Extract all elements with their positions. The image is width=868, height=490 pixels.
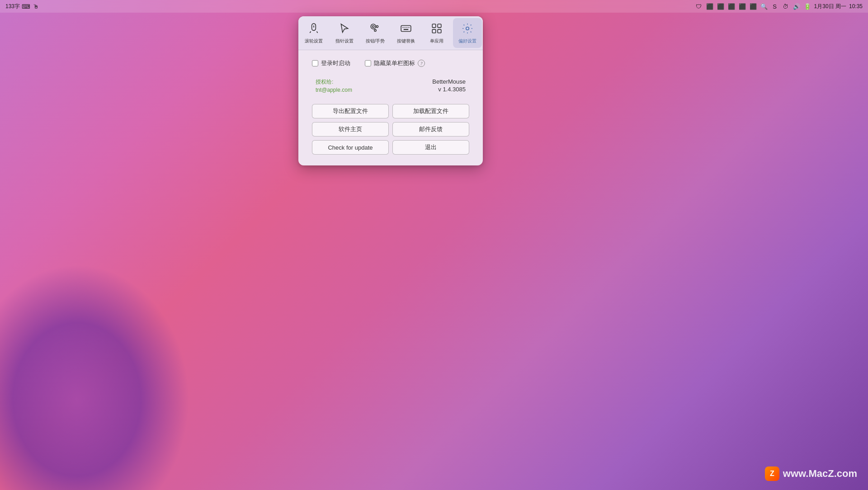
tab-apps-label: 单应用 bbox=[430, 38, 443, 44]
tab-scroll[interactable]: 滚轮设置 bbox=[299, 18, 328, 48]
quit-button[interactable]: 退出 bbox=[392, 140, 469, 155]
watermark: Z www.MacZ.com bbox=[765, 466, 857, 481]
load-config-button[interactable]: 加载配置文件 bbox=[392, 104, 469, 118]
bettermouse-panel: 滚轮设置 指针设置 按钮/手势 bbox=[298, 16, 483, 165]
license-info: 授权给: tnt@apple.com bbox=[316, 78, 352, 93]
tray-icon-5[interactable]: ⬛ bbox=[738, 2, 746, 10]
svg-rect-12 bbox=[432, 24, 436, 28]
svg-point-5 bbox=[371, 24, 376, 29]
svg-rect-13 bbox=[438, 24, 441, 28]
check-update-button[interactable]: Check for update bbox=[312, 140, 389, 155]
svg-point-3 bbox=[376, 26, 378, 28]
tray-icon-2[interactable]: ⬛ bbox=[706, 2, 714, 10]
date-display: 1月30日 周一 bbox=[814, 3, 846, 10]
license-email: tnt@apple.com bbox=[316, 87, 352, 93]
panel-content: 登录时启动 隐藏菜单栏图标 ? 授权给: tnt@apple.com Bette… bbox=[298, 50, 483, 165]
svg-point-2 bbox=[373, 26, 374, 28]
hide-checkbox-label: 隐藏菜单栏图标 bbox=[374, 59, 415, 67]
hide-checkbox-box[interactable] bbox=[365, 60, 371, 66]
battery-icon[interactable]: 🔋 bbox=[803, 2, 811, 10]
time-display: 10:35 bbox=[849, 3, 863, 9]
gear-icon bbox=[462, 23, 473, 36]
apps-icon bbox=[431, 23, 443, 36]
tab-cursor-label: 指针设置 bbox=[335, 38, 354, 44]
tray-icon-6[interactable]: ⬛ bbox=[749, 2, 757, 10]
tray-icon-4[interactable]: ⬛ bbox=[727, 2, 736, 10]
svg-point-4 bbox=[374, 29, 376, 31]
app-info: BetterMouse v 1.4.3085 bbox=[432, 78, 466, 93]
menu-bar: 133字 ⌨ 🖱 🛡 ⬛ ⬛ ⬛ ⬛ ⬛ 🔍 S ⏱ 🔊 🔋 1月30日 周一 … bbox=[0, 0, 868, 13]
tray-icon-7[interactable]: 🔍 bbox=[760, 2, 768, 10]
buttons-grid: 导出配置文件 加载配置文件 软件主页 邮件反馈 Check for update… bbox=[312, 104, 469, 155]
launch-at-login-checkbox[interactable]: 登录时启动 bbox=[312, 59, 350, 67]
tab-scroll-label: 滚轮设置 bbox=[305, 38, 323, 44]
tab-prefs[interactable]: 偏好设置 bbox=[453, 18, 482, 48]
scroll-icon bbox=[308, 23, 320, 36]
tray-icon-3[interactable]: ⬛ bbox=[717, 2, 725, 10]
menubar-left: 133字 ⌨ 🖱 bbox=[5, 2, 40, 10]
tab-keymap-label: 按键替换 bbox=[397, 38, 415, 44]
watermark-text: www.MacZ.com bbox=[783, 468, 857, 480]
hide-menu-icon-checkbox[interactable]: 隐藏菜单栏图标 ? bbox=[365, 59, 425, 67]
mouse-icon: 🖱 bbox=[32, 2, 40, 10]
volume-icon[interactable]: 🔊 bbox=[793, 2, 801, 10]
feedback-button[interactable]: 邮件反馈 bbox=[392, 122, 469, 137]
watermark-logo: Z bbox=[765, 466, 779, 481]
keyboard-tab-icon bbox=[400, 23, 412, 36]
tab-apps[interactable]: 单应用 bbox=[422, 18, 451, 48]
tab-prefs-label: 偏好设置 bbox=[458, 38, 476, 44]
tray-icon-9[interactable]: ⏱ bbox=[782, 2, 790, 10]
tab-cursor[interactable]: 指针设置 bbox=[330, 18, 359, 48]
tab-bar: 滚轮设置 指针设置 按钮/手势 bbox=[298, 16, 483, 50]
svg-rect-6 bbox=[401, 26, 411, 32]
tab-buttons[interactable]: 按钮/手势 bbox=[361, 18, 390, 48]
svg-point-16 bbox=[466, 27, 469, 30]
cursor-icon bbox=[339, 23, 350, 36]
tab-keymap[interactable]: 按键替换 bbox=[392, 18, 420, 48]
launch-checkbox-box[interactable] bbox=[312, 60, 318, 66]
svg-rect-15 bbox=[438, 29, 441, 33]
export-config-button[interactable]: 导出配置文件 bbox=[312, 104, 389, 118]
menubar-right: 🛡 ⬛ ⬛ ⬛ ⬛ ⬛ 🔍 S ⏱ 🔊 🔋 1月30日 周一 10:35 bbox=[695, 2, 863, 10]
help-icon[interactable]: ? bbox=[418, 60, 425, 67]
tab-buttons-label: 按钮/手势 bbox=[366, 38, 385, 44]
gesture-icon bbox=[369, 23, 381, 36]
homepage-button[interactable]: 软件主页 bbox=[312, 122, 389, 137]
license-label: 授权给: bbox=[316, 78, 352, 86]
app-name: BetterMouse bbox=[432, 78, 466, 85]
launch-checkbox-label: 登录时启动 bbox=[321, 59, 350, 67]
app-version: v 1.4.3085 bbox=[438, 86, 466, 93]
tray-icon-1[interactable]: 🛡 bbox=[695, 2, 703, 10]
word-count-display: 133字 bbox=[5, 3, 20, 10]
info-section: 授权给: tnt@apple.com BetterMouse v 1.4.308… bbox=[312, 78, 469, 93]
tray-icon-8[interactable]: S bbox=[771, 2, 779, 10]
keyboard-icon: ⌨ bbox=[22, 2, 30, 10]
checkbox-row: 登录时启动 隐藏菜单栏图标 ? bbox=[312, 59, 469, 67]
svg-rect-14 bbox=[432, 29, 436, 33]
